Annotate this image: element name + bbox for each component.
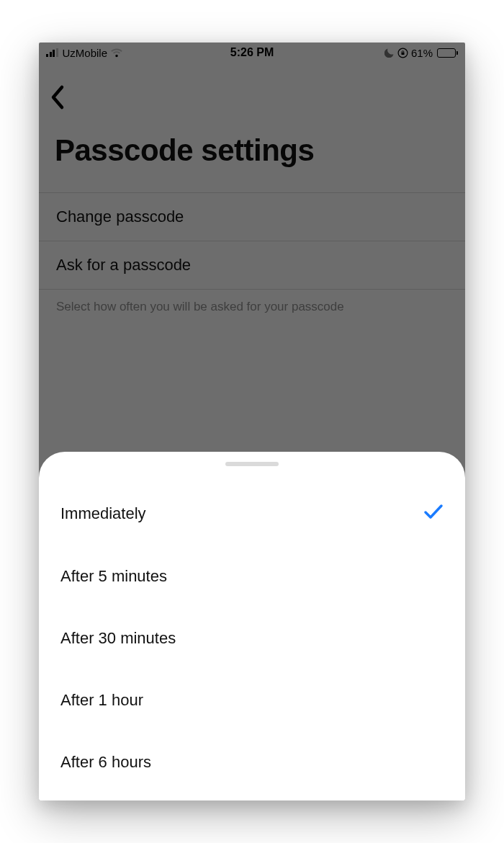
option-label: After 5 minutes	[60, 567, 167, 586]
option-label: After 1 hour	[60, 691, 143, 710]
option-5-minutes[interactable]: After 5 minutes	[58, 545, 446, 607]
option-6-hours[interactable]: After 6 hours	[58, 731, 446, 793]
option-1-hour[interactable]: After 1 hour	[58, 669, 446, 731]
option-30-minutes[interactable]: After 30 minutes	[58, 607, 446, 669]
option-immediately[interactable]: Immediately	[58, 482, 446, 545]
checkmark-icon	[423, 504, 444, 524]
passcode-interval-sheet: Immediately After 5 minutes After 30 min…	[39, 452, 465, 800]
option-list: Immediately After 5 minutes After 30 min…	[39, 482, 465, 800]
option-label: Immediately	[60, 504, 146, 523]
sheet-grabber[interactable]	[225, 462, 279, 466]
option-label: After 30 minutes	[60, 629, 176, 648]
option-label: After 6 hours	[60, 753, 151, 772]
